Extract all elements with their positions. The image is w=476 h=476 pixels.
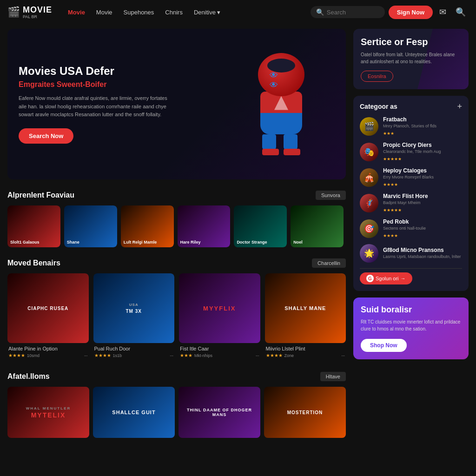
card-title: Hare Riley [180,240,201,245]
list-item[interactable]: 🎬 Fratbach Mnry Ptanoch, Sturies of flds… [360,116,462,136]
subscribe-desc: Rlt TC cluidses movie mnerter lofict and… [361,318,461,332]
funko-body [260,92,302,135]
table-row[interactable]: USATM 3X Pual Ruch Door ★★★★ 1s1b ··· [93,273,175,361]
featured-section-header: Alprenlent Foaviau Sunvora [7,191,346,200]
main-layout: Movies USA Defer Emgraites Sweent-Boifer… [0,24,476,450]
logo[interactable]: 🎬 MOVIE PAL BR [7,5,52,19]
hero-cta-button[interactable]: Search Now [19,128,73,144]
shop-now-button[interactable]: Shop Now [361,339,407,352]
logo-icon: 🎬 [7,6,20,18]
nav-link-movie[interactable]: Movie [92,6,117,19]
card-more[interactable]: ··· [341,353,345,358]
cat-info: Marvic Flist Hore Badpnt Mayr Mheim ★★★★… [383,193,462,213]
card-meta: Mkt-nhips [194,353,212,358]
categories-title: Categoor as [360,103,397,110]
list-item[interactable]: 🎪 Heploy Ctaloges Erry Mvore Romrprrl Bl… [360,167,462,187]
nav-links: Movie Movie Supehones Chnirs Denitive ▾ [63,6,307,19]
sidebar-hero-card: Sertice or Fesp Oatel blfore from lalt. … [353,29,469,89]
list-item[interactable]: 🦸 Marvic Flist Hore Badpnt Mayr Mheim ★★… [360,193,462,213]
cat-info: Propic Clory Diers Clearorandc lne, Ttle… [383,142,462,162]
cat-avatar: 🎬 [360,117,378,136]
table-row[interactable]: SHALLY MANE Miivrio Llstel Plint ★★★★ Zo… [265,273,346,361]
cat-sub: Badpnt Mayr Mheim [383,200,462,205]
logo-text: MOVIE [23,5,52,14]
star-rating: ★★★★ [266,353,283,358]
nav-link-movie-active[interactable]: Movie [63,6,90,19]
cat-avatar: 🎭 [360,143,378,161]
list-item[interactable]: 🎯 Ped Robk Sectens onti Nall-toulie ★★★★ [360,218,462,238]
afatel-section-title: Afatel.Iloms [7,372,50,381]
explore-button[interactable]: Eosnilra [361,71,393,82]
table-row[interactable]: CIAPHC RUSEA Alante Piine in Option ★★★★… [7,273,89,361]
cat-avatar: 🎪 [360,168,378,187]
nav-link-chnirs[interactable]: Chnirs [160,6,187,19]
add-category-button[interactable]: + [457,102,462,111]
card-more[interactable]: ··· [170,353,173,358]
hero-subtitle: Emgraites Sweent-Boifer [19,80,167,89]
card-title: Doctor Strange [237,240,267,245]
funko-leg-left [262,134,276,151]
funko-head [258,53,304,96]
list-item[interactable]: SHALLCE GUIT [93,387,175,438]
star-rating: ★★★★ [94,353,111,358]
cat-name: Ped Robk [383,218,462,225]
hero-text: Movies USA Defer Emgraites Sweent-Boifer… [19,65,167,144]
list-item[interactable]: Slolt1 Galaous [7,205,60,247]
list-item[interactable]: Shane [64,205,117,247]
featured-section-title: Alprenlent Foaviau [7,191,74,199]
card-meta: 1s1b [113,353,122,358]
signup-button[interactable]: Sign Now [389,6,433,19]
star-rating: ★★★★★ [383,208,402,212]
subscribe-title: Suid boralisr [361,305,461,315]
content-left: Movies USA Defer Emgraites Sweent-Boifer… [7,29,353,445]
list-item[interactable]: MOSTERTION [264,387,346,438]
search-icon-button[interactable]: 🔍 [453,5,469,19]
table-row[interactable]: MYYFLIX Fist Itle Caar ★★★ Mkt-nhips ··· [179,273,260,361]
list-item[interactable]: 🌟 Gf8od Micno Pransons Lasrns Uprti, Mat… [360,244,462,263]
search-bar: 🔍 [311,6,385,18]
afatel-section-header: Afatel.Iloms Hltave [7,372,346,381]
see-more-label: Sgolun ori [376,276,399,281]
cat-sub: Lasrns Uprti, Matsbaon randoulbutn, lnlt… [383,254,462,259]
cat-sub: Mnry Ptanoch, Sturies of flds [383,124,462,128]
list-item[interactable]: Hare Riley [178,205,231,247]
nav-link-supehones[interactable]: Supehones [119,6,159,19]
funko-legs [262,134,300,155]
cat-avatar: 🎯 [360,219,378,238]
cat-info: Heploy Ctaloges Erry Mvore Romrprrl Blar… [383,167,462,187]
cat-info: Fratbach Mnry Ptanoch, Sturies of flds ★… [383,116,462,136]
hero-desc: Eafere Now mould clate arafral quinties,… [19,94,167,119]
moved-more-button[interactable]: Charcellin [312,258,346,268]
star-rating: ★★★ [383,131,394,136]
divider [360,268,462,269]
featured-more-button[interactable]: Sunvora [316,191,346,200]
cat-avatar: 🦸 [360,194,378,212]
nav-link-denitive[interactable]: Denitive ▾ [189,6,225,19]
list-item[interactable]: Lult Relgi Mamle [121,205,174,247]
cat-avatar: 🌟 [360,244,378,263]
list-item[interactable]: WHAL MENUTLER MYTELIX [7,387,89,438]
list-item[interactable]: Doctor Strange [234,205,287,247]
card-title: Lult Relgi Mamle [124,240,157,245]
moved-movie-grid: CIAPHC RUSEA Alante Piine in Option ★★★★… [7,273,346,361]
search-input[interactable] [327,9,379,16]
afatel-more-button[interactable]: Hltave [320,372,346,381]
card-title: Shane [67,240,79,245]
mail-icon-button[interactable]: ✉ [436,5,449,19]
sidebar-hero-desc: Oatel blfore from lalt. Unteytrece Brale… [361,51,461,65]
star-rating: ★★★ [180,353,192,358]
card-title: Slolt1 Galaous [10,240,40,245]
card-title: Pual Ruch Door [94,346,174,351]
sidebar-hero-title: Sertice or Fesp [361,36,461,47]
cat-name: Marvic Flist Hore [383,193,462,199]
see-more-button[interactable]: G Sgolun ori → [360,272,412,284]
star-rating: ★★★★★ [383,157,402,161]
card-title: Miivrio Llstel Plint [266,346,345,351]
hero-banner: Movies USA Defer Emgraites Sweent-Boifer… [7,29,346,179]
list-item[interactable]: 🎭 Propic Clory Diers Clearorandc lne, Tt… [360,142,462,162]
list-item[interactable]: Noel [291,205,344,247]
card-more[interactable]: ··· [256,353,259,358]
list-item[interactable]: THINL DAAME OF DHOGER MANS [178,387,260,438]
cat-name: Fratbach [383,116,462,123]
card-more[interactable]: ··· [84,353,88,358]
